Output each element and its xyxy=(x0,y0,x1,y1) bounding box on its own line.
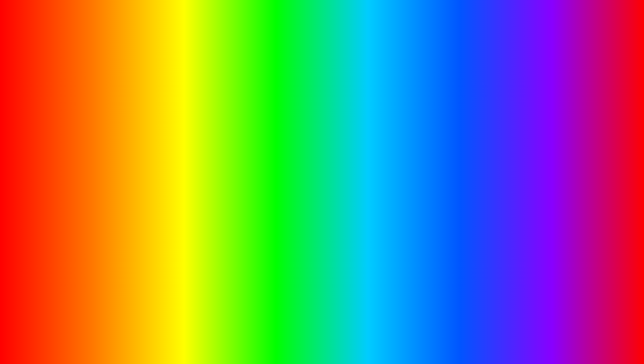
slider-track[interactable] xyxy=(353,144,406,146)
checkbox[interactable] xyxy=(211,99,216,104)
left-more-icon[interactable]: ⋮ xyxy=(197,86,202,93)
left-search-icon[interactable]: 🔍 xyxy=(205,87,210,92)
right-ui-window: ☰ Project New World ⋮ 🔍 Farm Mobs - ∧ We… xyxy=(264,83,424,188)
android-label: ANDROID xyxy=(8,155,141,187)
auto-farm-text: AUTO FARM xyxy=(7,312,240,356)
slider-value: 5 xyxy=(409,154,418,159)
checkbox[interactable] xyxy=(211,160,216,166)
left-menu-icon: ☰ xyxy=(66,87,71,92)
checkbox[interactable] xyxy=(211,173,216,178)
item-label: Weapon - Combat xyxy=(270,118,305,123)
left-close-icon[interactable]: ✕ xyxy=(213,86,217,93)
slider-value: 70 xyxy=(409,142,418,147)
list-item[interactable]: Tween Speed 70 xyxy=(264,139,423,151)
list-item[interactable]: Distance 5 xyxy=(264,151,423,163)
right-menu-icon: ☰ xyxy=(268,87,273,92)
chevron-up-icon: ∧ xyxy=(213,112,216,116)
android-label-row: ANDROID ✔ xyxy=(8,155,166,187)
slider-track[interactable] xyxy=(353,156,406,158)
slider-container: 5 xyxy=(353,154,418,159)
mobile-check: ✔ xyxy=(123,125,144,155)
work-mobile-badge: WORK MOBILE xyxy=(431,71,528,128)
right-window-title: Project New World xyxy=(275,87,403,92)
android-check: ✔ xyxy=(145,156,166,186)
right-search-icon[interactable]: 🔍 xyxy=(413,87,419,92)
checkbox[interactable] xyxy=(211,185,216,190)
chevron-up-icon: ∧ xyxy=(415,119,418,123)
slider-container: 70 xyxy=(353,142,418,147)
slider-fill xyxy=(353,144,390,146)
list-item[interactable]: Auto Farm xyxy=(62,96,221,108)
left-window-title: Project New World xyxy=(73,87,194,92)
mobile-label-row: MOBILE ✔ xyxy=(8,124,166,156)
item-label: Mobs - xyxy=(270,106,283,111)
list-item[interactable]: Weapon - Combat ∧ xyxy=(264,115,423,127)
list-item[interactable]: Invisible xyxy=(62,194,221,206)
chevron-up-icon: ∧ xyxy=(415,107,418,111)
item-label: Go To Mobs When Using Inf Range xyxy=(270,167,338,172)
left-labels: MOBILE ✔ ANDROID ✔ xyxy=(8,124,166,187)
checkbox-checked[interactable]: ✓ xyxy=(211,148,216,153)
slider-fill xyxy=(353,156,363,158)
item-label: Auto Farm xyxy=(270,179,290,184)
script-pastebin-text: SCRIPT PASTEBIN xyxy=(246,323,488,353)
list-item[interactable]: Mobs - ∧ xyxy=(264,103,423,115)
main-title: PROJECT NEW WORLD xyxy=(0,6,644,58)
dots-decoration xyxy=(518,68,526,75)
checkbox[interactable] xyxy=(211,197,216,203)
list-item[interactable]: Go To Mobs When Using Inf Range xyxy=(264,163,423,175)
thumbnail-character xyxy=(587,276,617,313)
checkbox[interactable] xyxy=(412,166,418,172)
chevron-up-icon: ∧ xyxy=(415,131,418,135)
bottom-section: AUTO FARM SCRIPT PASTEBIN xyxy=(7,312,637,356)
list-item[interactable]: Method - Behind ∧ xyxy=(264,127,423,139)
item-label: Distance xyxy=(270,154,287,159)
main-title-text: PROJECT NEW WORLD xyxy=(54,6,590,58)
badge-inner: WORK MOBILE xyxy=(431,71,528,128)
left-window-titlebar: ☰ Project New World ⋮ 🔍 ✕ xyxy=(62,83,221,96)
item-label: Method - Behind xyxy=(270,130,301,135)
right-window-titlebar: ☰ Project New World ⋮ 🔍 xyxy=(264,83,423,96)
list-item[interactable]: Quest - Bandit Boss:Lv.25 ∧ xyxy=(62,108,221,120)
item-label: Quest - Bandit Boss:Lv.25 xyxy=(68,111,118,116)
checkbox[interactable] xyxy=(211,123,216,129)
right-window-content: Farm Mobs - ∧ Weapon - Combat ∧ Method -… xyxy=(264,96,423,187)
mobile-label: MOBILE xyxy=(8,124,119,156)
checkbox[interactable] xyxy=(412,179,418,184)
list-item[interactable]: Auto Farm xyxy=(264,175,423,187)
item-label: Invisible xyxy=(68,198,83,203)
section-header: Farm xyxy=(264,96,423,103)
item-label: Tween Speed xyxy=(270,142,296,147)
item-label: Auto Farm xyxy=(68,99,88,104)
checkbox-checked[interactable]: ✓ xyxy=(211,136,216,141)
right-more-icon[interactable]: ⋮ xyxy=(405,86,411,93)
